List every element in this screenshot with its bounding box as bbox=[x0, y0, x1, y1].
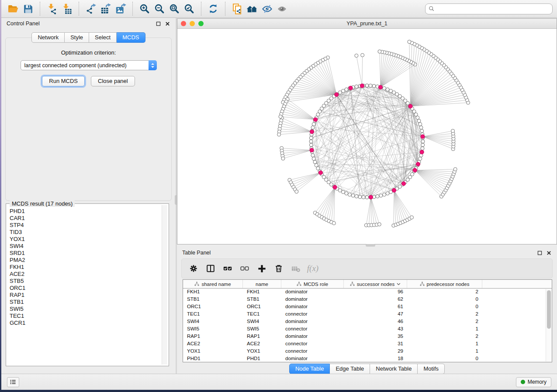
table-scrollbar[interactable] bbox=[546, 289, 551, 361]
select-all-button[interactable] bbox=[221, 262, 234, 275]
zoom-in-button[interactable] bbox=[137, 1, 152, 16]
mcds-result-item[interactable]: FKH1 bbox=[7, 264, 161, 271]
mcds-result-item[interactable]: TID3 bbox=[7, 229, 161, 236]
network-canvas[interactable] bbox=[177, 29, 557, 244]
save-session-button[interactable] bbox=[21, 1, 35, 16]
network-view-window: YPA_prune.txt_1 bbox=[177, 18, 557, 244]
mcds-result-item[interactable]: STP4 bbox=[7, 222, 161, 229]
mcds-result-item[interactable]: SWI5 bbox=[7, 306, 161, 313]
float-panel-icon[interactable] bbox=[156, 21, 161, 27]
mcds-result-item[interactable]: YOX1 bbox=[7, 236, 161, 243]
cell-predecessor-nodes: 2 bbox=[407, 311, 482, 318]
open-session-button[interactable] bbox=[6, 1, 21, 16]
column-header-name[interactable]: name bbox=[243, 280, 281, 288]
cell-name: RAP1 bbox=[243, 333, 281, 340]
column-header-successor-nodes[interactable]: successor nodes bbox=[344, 280, 407, 288]
cell-mcds-role: dominator bbox=[281, 296, 344, 303]
export-network-button[interactable] bbox=[83, 1, 98, 16]
mcds-result-item[interactable]: CAR1 bbox=[7, 215, 161, 222]
show-all-button[interactable] bbox=[245, 1, 259, 16]
search-input[interactable] bbox=[437, 5, 549, 12]
zoom-out-button[interactable] bbox=[152, 1, 167, 16]
mcds-result-item[interactable]: RAP1 bbox=[7, 292, 161, 299]
table-scrollbar-thumb[interactable] bbox=[547, 290, 551, 329]
import-network-button[interactable] bbox=[45, 1, 59, 16]
mcds-tab-pane: Optimization criterion: largest connecte… bbox=[5, 38, 172, 201]
import-table-icon bbox=[61, 3, 73, 15]
mcds-result-item[interactable]: ORC1 bbox=[7, 285, 161, 292]
horizontal-splitter-grip[interactable] bbox=[366, 244, 375, 247]
mcds-result-item[interactable]: SRD1 bbox=[7, 250, 161, 257]
zoom-fit-button[interactable] bbox=[167, 1, 182, 16]
cell-predecessor-nodes: 0 bbox=[407, 296, 482, 303]
window-close-icon[interactable] bbox=[181, 21, 186, 26]
function-builder-button[interactable]: f(x) bbox=[306, 262, 319, 275]
float-panel-icon[interactable] bbox=[537, 250, 543, 256]
tab-edge-table[interactable]: Edge Table bbox=[330, 364, 370, 374]
criterion-select[interactable]: largest connected component (undirected) bbox=[21, 60, 157, 70]
table-row[interactable]: YOX1 YOX1 connector 29 1 bbox=[183, 348, 546, 355]
close-panel-icon[interactable] bbox=[546, 250, 552, 256]
export-image-button[interactable] bbox=[113, 1, 128, 16]
show-hidden-button[interactable] bbox=[274, 1, 289, 16]
delete-column-button[interactable] bbox=[272, 262, 285, 275]
cell-name: ACE2 bbox=[243, 340, 281, 348]
mcds-result-item[interactable]: PMA2 bbox=[7, 257, 161, 264]
window-zoom-icon[interactable] bbox=[198, 21, 204, 26]
column-header-predecessor-nodes[interactable]: predecessor nodes bbox=[407, 280, 482, 288]
memory-label: Memory bbox=[528, 379, 547, 385]
column-header-shared-name[interactable]: shared name bbox=[183, 280, 243, 288]
delete-table-button[interactable] bbox=[289, 262, 302, 275]
tab-node-table[interactable]: Node Table bbox=[289, 364, 330, 374]
hide-selected-button[interactable] bbox=[259, 1, 274, 16]
cell-name: SWI5 bbox=[243, 326, 281, 333]
tab-motifs[interactable]: Motifs bbox=[418, 364, 445, 374]
import-table-button[interactable] bbox=[59, 1, 74, 16]
cell-name: PHD1 bbox=[243, 355, 281, 362]
network-window-title: YPA_prune.txt_1 bbox=[177, 21, 557, 27]
mcds-result-item[interactable]: GCR1 bbox=[7, 320, 161, 327]
create-column-button[interactable] bbox=[255, 262, 268, 275]
refresh-button[interactable] bbox=[206, 1, 221, 16]
table-row[interactable]: ORC1 ORC1 dominator 61 0 bbox=[183, 303, 546, 311]
close-panel-button[interactable]: Close panel bbox=[91, 76, 135, 86]
cell-name: ORC1 bbox=[243, 303, 281, 311]
table-settings-button[interactable] bbox=[187, 262, 200, 275]
cell-shared-name: ORC1 bbox=[183, 303, 243, 311]
new-session-from-network-button[interactable] bbox=[230, 1, 245, 16]
zoom-selected-button[interactable] bbox=[182, 1, 197, 16]
status-log-button[interactable] bbox=[7, 377, 19, 387]
table-row[interactable]: SWI5 SWI5 connector 43 1 bbox=[183, 326, 546, 333]
tab-style[interactable]: Style bbox=[65, 32, 89, 43]
table-row[interactable]: STB1 STB1 dominator 62 0 bbox=[183, 296, 546, 303]
close-panel-icon[interactable] bbox=[165, 21, 170, 27]
mcds-result-item[interactable]: STB1 bbox=[7, 299, 161, 306]
tab-network-table[interactable]: Network Table bbox=[370, 364, 418, 374]
mcds-result-item[interactable]: STB5 bbox=[7, 278, 161, 285]
tab-network[interactable]: Network bbox=[31, 32, 65, 43]
mcds-result-item[interactable]: ACE2 bbox=[7, 271, 161, 278]
run-mcds-button[interactable]: Run MCDS bbox=[42, 76, 85, 86]
mcds-list-scrollbar[interactable] bbox=[162, 205, 167, 364]
table-row[interactable]: TEC1 TEC1 connector 47 2 bbox=[183, 311, 546, 318]
search-field[interactable] bbox=[425, 3, 553, 14]
network-graph[interactable] bbox=[177, 29, 557, 244]
export-table-button[interactable] bbox=[98, 1, 113, 16]
table-row[interactable]: SWI4 SWI4 dominator 46 2 bbox=[183, 318, 546, 326]
mcds-result-item[interactable]: TEC1 bbox=[7, 313, 161, 320]
table-row[interactable]: ACE2 ACE2 connector 31 1 bbox=[183, 340, 546, 348]
window-minimize-icon[interactable] bbox=[190, 21, 195, 26]
tab-select[interactable]: Select bbox=[89, 32, 117, 43]
table-row[interactable]: FKH1 FKH1 dominator 96 2 bbox=[183, 289, 546, 296]
table-row[interactable]: PHD1 PHD1 dominator 18 0 bbox=[183, 355, 546, 362]
mcds-result-item[interactable]: PHD1 bbox=[7, 208, 161, 215]
refresh-icon bbox=[208, 3, 219, 14]
columns-icon bbox=[206, 264, 215, 273]
column-header-mcds-role[interactable]: MCDS role bbox=[281, 280, 344, 288]
tab-mcds[interactable]: MCDS bbox=[117, 32, 145, 43]
show-column-button[interactable] bbox=[204, 262, 217, 275]
memory-button[interactable]: Memory bbox=[516, 377, 551, 387]
mcds-result-item[interactable]: SWI4 bbox=[7, 243, 161, 250]
unselect-all-button[interactable] bbox=[238, 262, 251, 275]
table-row[interactable]: RAP1 RAP1 dominator 35 2 bbox=[183, 333, 546, 340]
